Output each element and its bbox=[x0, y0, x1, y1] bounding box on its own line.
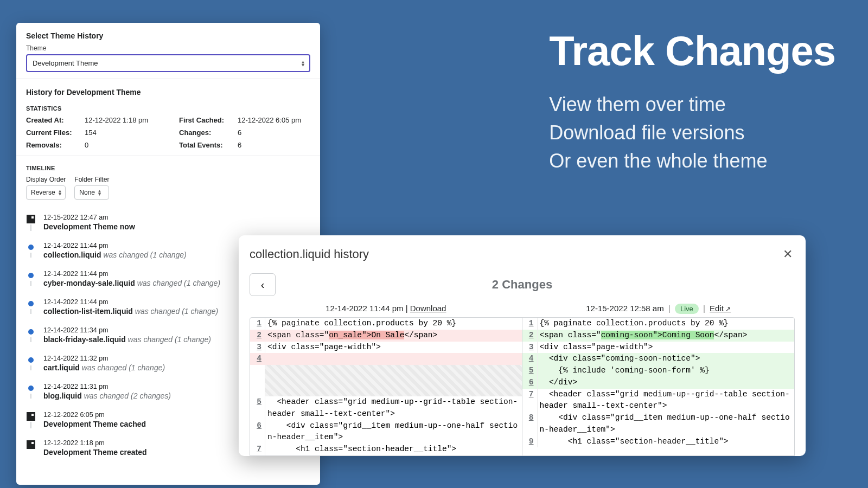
stat-value: 154 bbox=[85, 129, 97, 137]
changes-count-heading: 2 Changes bbox=[285, 278, 759, 292]
live-badge: Live bbox=[675, 304, 699, 314]
line-number: 4 bbox=[522, 353, 538, 365]
line-number: 4 bbox=[250, 353, 265, 365]
close-icon[interactable]: ✕ bbox=[781, 245, 795, 264]
line-number: 5 bbox=[522, 365, 538, 377]
line-number: 8 bbox=[522, 412, 538, 436]
select-arrows-icon bbox=[59, 189, 61, 196]
timeline-action: was changed (1 change) bbox=[101, 251, 187, 259]
hero-line: Or even the whole theme bbox=[549, 147, 835, 175]
theme-label: Theme bbox=[26, 44, 310, 52]
line-text: <div class="page-width"> bbox=[265, 342, 522, 354]
diff-pane-right: 1{% paginate collection.products by 20 %… bbox=[522, 318, 795, 455]
theme-select[interactable]: Development Theme bbox=[26, 54, 310, 72]
code-line: 2<span class="on_sale">On Sale</span> bbox=[250, 330, 522, 342]
stat-value: 6 bbox=[238, 141, 241, 149]
line-number: 1 bbox=[522, 318, 538, 330]
line-number: 7 bbox=[522, 389, 538, 413]
line-text: <div class="page-width"> bbox=[538, 342, 795, 354]
code-line: 5 <header class="grid medium-up--grid--t… bbox=[250, 396, 522, 420]
line-text: <span class="on_sale">On Sale</span> bbox=[265, 330, 522, 342]
change-dot-icon bbox=[28, 273, 34, 278]
theme-select-value: Development Theme bbox=[33, 59, 98, 67]
display-order-value: Reverse bbox=[31, 189, 55, 196]
select-arrows-icon bbox=[98, 189, 100, 196]
code-line: 4 <div class="coming-soon-notice"> bbox=[522, 353, 795, 365]
line-text: {% include 'coming-soon-form' %} bbox=[538, 365, 795, 377]
file-history-dialog: collection.liquid history ✕ ‹ 2 Changes … bbox=[239, 235, 806, 456]
change-dot-icon bbox=[28, 357, 34, 363]
change-dot-icon bbox=[28, 245, 34, 250]
line-number: 1 bbox=[250, 318, 265, 330]
stat-label: Changes: bbox=[179, 129, 230, 137]
code-line: 6 <div class="grid__item medium-up--one-… bbox=[250, 420, 522, 444]
line-text: <div class="grid__item medium-up--one-ha… bbox=[538, 412, 795, 436]
timeline-action: was changed (1 change) bbox=[126, 335, 211, 344]
timeline-action: was changed (1 change) bbox=[135, 279, 220, 287]
diff-pane-left: 1{% paginate collection.products by 20 %… bbox=[250, 318, 522, 455]
stat-label: Total Events: bbox=[179, 141, 230, 149]
code-line: 3<div class="page-width"> bbox=[250, 342, 522, 354]
change-dot-icon bbox=[28, 386, 34, 391]
timeline-action: was changed (2 changes) bbox=[82, 391, 171, 400]
stats-grid: Created At:12-12-2022 1:18 pm First Cach… bbox=[26, 116, 310, 149]
chevron-left-icon: ‹ bbox=[261, 279, 265, 291]
download-link[interactable]: Download bbox=[410, 304, 446, 313]
line-text: <div class="grid__item medium-up--one-ha… bbox=[265, 420, 522, 444]
select-theme-heading: Select Theme History bbox=[26, 31, 310, 40]
select-arrows-icon bbox=[302, 60, 304, 67]
change-dot-icon bbox=[28, 301, 34, 306]
snapshot-icon bbox=[27, 412, 35, 421]
file-history-title: collection.liquid history bbox=[250, 247, 369, 261]
snapshot-icon bbox=[27, 215, 35, 223]
history-for-heading: History for Development Theme bbox=[26, 88, 310, 97]
code-line: 8 <div class="grid__item medium-up--one-… bbox=[522, 412, 795, 436]
folder-filter-select[interactable]: None bbox=[74, 185, 109, 200]
hero-title: Track Changes bbox=[549, 27, 835, 74]
change-dot-icon bbox=[28, 329, 34, 335]
stat-label: Created At: bbox=[26, 116, 77, 124]
code-line: 9 <h1 class="section-header__title"> bbox=[522, 436, 795, 448]
stat-label: First Cached: bbox=[179, 116, 230, 124]
line-number: 9 bbox=[522, 436, 538, 448]
line-text: <div class="coming-soon-notice"> bbox=[538, 353, 795, 365]
line-text: {% paginate collection.products by 20 %} bbox=[538, 318, 795, 330]
timeline-action: was changed (1 change) bbox=[133, 307, 218, 316]
folder-filter-label: Folder Filter bbox=[74, 176, 109, 183]
display-order-select[interactable]: Reverse bbox=[26, 185, 66, 200]
line-text: {% paginate collection.products by 20 %} bbox=[265, 318, 522, 330]
display-order-label: Display Order bbox=[26, 176, 66, 183]
folder-filter-value: None bbox=[79, 189, 95, 196]
stat-value: 0 bbox=[85, 141, 88, 149]
timeline-item[interactable]: 12-15-2022 12:47 amDevelopment Theme now bbox=[26, 208, 310, 236]
line-text: <h1 class="section-header__title"> bbox=[265, 444, 522, 455]
code-line: 7 <header class="grid medium-up--grid--t… bbox=[522, 389, 795, 413]
line-text: <h1 class="section-header__title"> bbox=[538, 436, 795, 448]
stat-label: Removals: bbox=[26, 141, 77, 149]
line-text: </div> bbox=[538, 377, 795, 389]
code-line: 5 {% include 'coming-soon-form' %} bbox=[522, 365, 795, 377]
line-text: <span class="coming-soon">Coming Soon</s… bbox=[538, 330, 795, 342]
diff-gap bbox=[250, 365, 522, 396]
stat-value: 12-12-2022 6:05 pm bbox=[238, 116, 301, 124]
stat-value: 6 bbox=[238, 129, 241, 137]
stat-value: 12-12-2022 1:18 pm bbox=[85, 116, 148, 124]
code-line: 1{% paginate collection.products by 20 %… bbox=[522, 318, 795, 330]
line-text: <header class="grid medium-up--grid--tab… bbox=[538, 389, 795, 413]
timeline-heading: TIMELINE bbox=[26, 165, 310, 171]
edit-link[interactable]: Edit bbox=[710, 304, 731, 313]
timeline-time: 12-15-2022 12:47 am bbox=[43, 214, 310, 221]
line-text bbox=[265, 353, 522, 365]
line-number: 5 bbox=[250, 396, 265, 420]
back-button[interactable]: ‹ bbox=[250, 273, 276, 296]
line-number: 6 bbox=[250, 420, 265, 444]
left-version-time: 12-14-2022 11:44 pm bbox=[326, 304, 403, 313]
line-number: 7 bbox=[250, 444, 265, 455]
code-line: 2<span class="coming-soon">Coming Soon</… bbox=[522, 330, 795, 342]
stat-label: Current Files: bbox=[26, 129, 77, 137]
line-number: 2 bbox=[522, 330, 538, 342]
timeline-action: was changed (1 change) bbox=[80, 363, 165, 372]
statistics-heading: STATISTICS bbox=[26, 105, 310, 112]
hero-line: Download file versions bbox=[549, 119, 835, 147]
line-number: 3 bbox=[522, 342, 538, 354]
